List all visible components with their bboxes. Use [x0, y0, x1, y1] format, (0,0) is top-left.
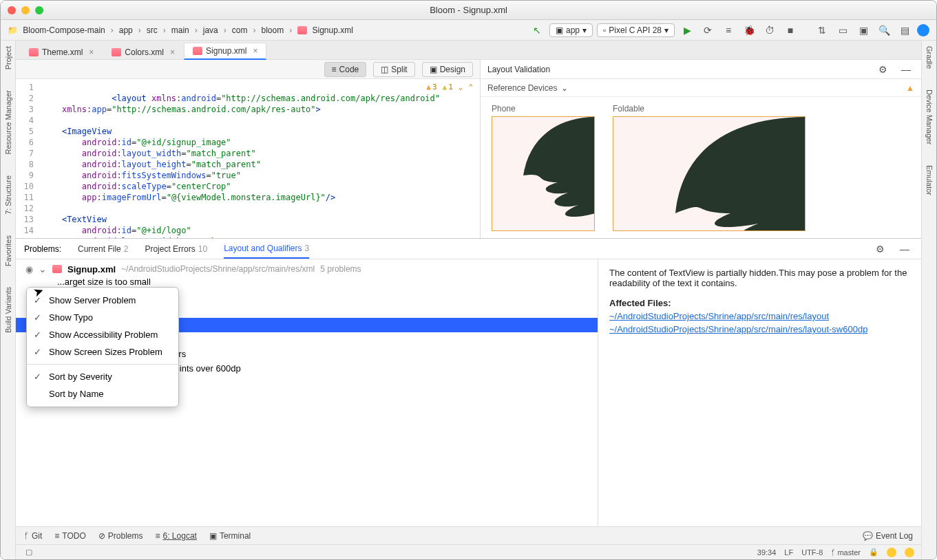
- breadcrumb-item[interactable]: main: [171, 25, 189, 35]
- rail-emulator[interactable]: Emulator: [925, 165, 934, 195]
- tool-git[interactable]: ᚶ Git: [24, 531, 42, 541]
- tool-todo[interactable]: ≡ TODO: [54, 531, 85, 541]
- inspection-widget[interactable]: 3 1 ⌄ ⌃: [426, 82, 473, 93]
- filter-context-menu[interactable]: Show Server Problem Show Typo Show Acces…: [26, 287, 179, 407]
- close-icon[interactable]: ×: [170, 47, 175, 57]
- device-combo[interactable]: ▫ Pixel C API 28 ▾: [597, 23, 675, 37]
- file-encoding[interactable]: UTF-8: [801, 548, 823, 557]
- mode-code[interactable]: ≡ Code: [324, 62, 367, 77]
- breadcrumb-item[interactable]: com: [232, 25, 248, 35]
- profile-icon[interactable]: ⏱: [764, 25, 775, 36]
- editor-tab[interactable]: Signup.xml×: [184, 43, 266, 60]
- build-icon[interactable]: ↖: [531, 25, 543, 36]
- status-bar: ▢ 39:34 LF UTF-8 master: [16, 544, 921, 559]
- chevron-down-icon[interactable]: [39, 263, 47, 274]
- device-phone[interactable]: Phone Bloom: [492, 104, 595, 231]
- breadcrumb-item[interactable]: 📁 Bloom-Compose-main: [8, 25, 105, 35]
- lock-icon[interactable]: [869, 548, 878, 557]
- breadcrumb-item[interactable]: java: [203, 25, 218, 35]
- device-foldable[interactable]: Foldable: [613, 104, 806, 231]
- stop-icon[interactable]: ■: [785, 25, 796, 36]
- account-avatar[interactable]: [917, 24, 929, 36]
- tab-current-file[interactable]: Current File2: [78, 240, 128, 258]
- phone-screen: Bloom: [492, 116, 595, 231]
- menu-item[interactable]: Show Screen Sizes Problem: [27, 343, 178, 360]
- editor-tab[interactable]: Colors.xml×: [103, 44, 184, 60]
- sdk-icon[interactable]: ▣: [858, 25, 869, 36]
- menu-item[interactable]: Show Typo: [27, 309, 178, 326]
- zoom-dot[interactable]: [35, 6, 43, 14]
- tool-problems[interactable]: ⊘ Problems: [98, 531, 143, 541]
- code-area[interactable]: 1234567891011121314 3 1 ⌄ ⌃ <layout xmln…: [16, 79, 480, 238]
- problem-description: The content of TextView is partially hid…: [609, 268, 910, 288]
- breadcrumb-item[interactable]: bloom: [261, 25, 284, 35]
- caret-position[interactable]: 39:34: [757, 548, 777, 557]
- tab-layout-qualifiers[interactable]: Layout and Qualifiers3: [224, 239, 309, 259]
- close-dot[interactable]: [8, 6, 16, 14]
- rail-project[interactable]: Project: [4, 46, 12, 69]
- leaf-image: [492, 117, 595, 227]
- tool-logcat[interactable]: ≡ 6: Logcat: [156, 531, 197, 541]
- affected-file-link[interactable]: ~/AndroidStudioProjects/Shrine/app/src/m…: [609, 311, 910, 321]
- affected-file-link[interactable]: ~/AndroidStudioProjects/Shrine/app/src/m…: [609, 324, 910, 334]
- menu-item[interactable]: Sort by Severity: [27, 368, 178, 385]
- rail-device-manager[interactable]: Device Manager: [925, 89, 934, 144]
- left-tool-rail: Project Resource Manager 7: Structure Fa…: [1, 41, 16, 559]
- validation-title: Layout Validation: [487, 65, 550, 74]
- chevron-up-icon[interactable]: ⌃: [468, 82, 473, 93]
- tab-project-errors[interactable]: Project Errors10: [145, 240, 207, 258]
- xml-icon: [193, 47, 202, 55]
- rail-resource-manager[interactable]: Resource Manager: [4, 90, 12, 155]
- breadcrumb-item[interactable]: Signup.xml: [297, 25, 353, 35]
- editor-mode-switch: ≡ Code ◫ Split ▣ Design: [16, 60, 480, 79]
- code-text[interactable]: 3 1 ⌄ ⌃ <layout xmlns:android="http://sc…: [38, 79, 480, 238]
- minimize-icon[interactable]: —: [899, 244, 910, 255]
- xml-icon: [297, 26, 307, 34]
- editor-split: ≡ Code ◫ Split ▣ Design 1234567891011121…: [16, 60, 921, 239]
- status-indicator[interactable]: ▢: [25, 548, 32, 557]
- menu-item[interactable]: Show Accessibility Problem: [27, 326, 178, 343]
- face-meh-icon[interactable]: [905, 548, 914, 557]
- search-icon[interactable]: 🔍: [878, 25, 889, 36]
- close-icon[interactable]: ×: [253, 46, 257, 56]
- titlebar: Bloom - Signup.xml: [1, 1, 936, 20]
- rail-structure[interactable]: 7: Structure: [4, 175, 12, 215]
- sync-icon[interactable]: ⇅: [817, 25, 828, 36]
- gear-icon[interactable]: ⚙: [877, 64, 888, 75]
- xml-icon: [112, 48, 121, 56]
- minimize-icon[interactable]: —: [901, 64, 912, 75]
- editor-tab[interactable]: Theme.xml×: [20, 44, 103, 60]
- run-icon[interactable]: ▶: [682, 25, 693, 36]
- tool-event-log[interactable]: 💬 Event Log: [863, 531, 913, 541]
- face-happy-icon[interactable]: [887, 548, 896, 557]
- menu-item[interactable]: Show Server Problem: [27, 292, 178, 309]
- close-icon[interactable]: ×: [89, 47, 94, 57]
- warning-icon[interactable]: ▲: [906, 83, 914, 93]
- run-config-combo[interactable]: ▣ app ▾: [549, 23, 593, 37]
- apply-changes-icon[interactable]: ⟳: [702, 25, 713, 36]
- tool-terminal[interactable]: ▣ Terminal: [209, 531, 251, 541]
- window-controls[interactable]: [8, 6, 43, 14]
- breadcrumb-item[interactable]: app: [119, 25, 133, 35]
- problems-file-row[interactable]: Signup.xml ~/AndroidStudioProjects/Shrin…: [16, 263, 598, 274]
- eye-icon[interactable]: [25, 264, 33, 274]
- breadcrumb-item[interactable]: src: [147, 25, 158, 35]
- mode-design[interactable]: ▣ Design: [422, 62, 473, 77]
- avd-icon[interactable]: ▭: [837, 25, 848, 36]
- gear-icon[interactable]: ⚙: [874, 244, 885, 255]
- git-branch[interactable]: master: [831, 548, 861, 557]
- attach-icon[interactable]: ≡: [723, 25, 734, 36]
- rail-favorites[interactable]: Favorites: [4, 235, 12, 266]
- rail-gradle[interactable]: Gradle: [925, 46, 934, 69]
- device-label: Foldable: [613, 104, 806, 114]
- menu-item[interactable]: Sort by Name: [27, 385, 178, 402]
- debug-icon[interactable]: 🐞: [744, 25, 755, 36]
- settings-icon[interactable]: ▤: [899, 25, 910, 36]
- minimize-dot[interactable]: [21, 6, 30, 14]
- rail-build-variants[interactable]: Build Variants: [4, 287, 12, 333]
- reference-devices-bar[interactable]: Reference Devices⌄ ▲: [481, 79, 921, 97]
- mode-split[interactable]: ◫ Split: [373, 62, 414, 77]
- problems-label: Problems:: [24, 244, 61, 254]
- line-separator[interactable]: LF: [784, 548, 793, 557]
- chevron-down-icon[interactable]: ⌄: [459, 82, 463, 93]
